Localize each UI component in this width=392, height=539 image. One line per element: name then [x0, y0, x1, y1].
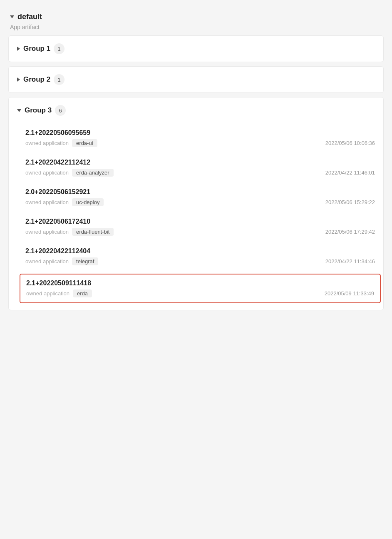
group-header-group3[interactable]: Group 36 [9, 97, 383, 123]
artifact-app-tag[interactable]: telegraf [72, 257, 98, 265]
page-container: default App artifact Group 11Group 21Gro… [8, 8, 384, 319]
section-label: App artifact [8, 24, 384, 30]
artifact-time: 2022/05/06 10:06:36 [325, 140, 375, 146]
group-card-group3: Group 362.1+20220506095659owned applicat… [8, 97, 384, 310]
artifact-meta-row: owned applicationtelegraf2022/04/22 11:3… [25, 257, 375, 265]
chevron-down-icon [17, 109, 21, 112]
group-header-group2[interactable]: Group 21 [9, 67, 383, 92]
artifact-meta-row: owned applicationerda2022/05/09 11:33:49 [26, 289, 374, 297]
group-label-group3: Group 3 [25, 106, 52, 115]
group-label-group1: Group 1 [23, 45, 50, 53]
artifact-time: 2022/05/06 17:29:42 [325, 229, 375, 235]
owned-label: owned application [25, 140, 69, 146]
group-header-group1[interactable]: Group 11 [9, 36, 383, 62]
owned-label: owned application [25, 229, 69, 235]
owned-label: owned application [25, 258, 69, 265]
artifact-item[interactable]: 2.1+20220509111418owned applicationerda2… [20, 274, 381, 303]
artifact-item[interactable]: 2.1+20220506172410owned applicationerda-… [25, 212, 375, 242]
artifact-time: 2022/05/06 15:29:22 [325, 199, 375, 205]
owned-label: owned application [25, 199, 69, 205]
owned-label: owned application [25, 170, 69, 176]
chevron-right-icon [17, 77, 20, 82]
group-card-group1: Group 11 [8, 35, 384, 62]
artifact-item[interactable]: 2.1+20220422112404owned applicationteleg… [25, 242, 375, 271]
chevron-down-icon [10, 15, 14, 18]
artifact-app-tag[interactable]: erda-fluent-bit [72, 228, 114, 236]
artifact-time: 2022/04/22 11:46:01 [325, 170, 375, 176]
artifact-meta-row: owned applicationerda-ui2022/05/06 10:06… [25, 139, 375, 147]
groups-container: Group 11Group 21Group 362.1+202205060956… [8, 35, 384, 310]
artifact-app-tag[interactable]: uc-deploy [72, 198, 104, 206]
artifact-version: 2.1+20220422112404 [25, 247, 375, 255]
default-section: default App artifact Group 11Group 21Gro… [8, 8, 384, 319]
artifact-version: 2.1+20220506095659 [25, 129, 375, 137]
artifact-time: 2022/05/09 11:33:49 [325, 290, 374, 297]
group-badge-group3: 6 [55, 105, 66, 116]
artifact-meta-row: owned applicationerda-fluent-bit2022/05/… [25, 228, 375, 236]
artifact-item[interactable]: 2.1+20220422112412owned applicationerda-… [25, 153, 375, 182]
group-items-group3: 2.1+20220506095659owned applicationerda-… [9, 123, 383, 310]
group-badge-group1: 1 [54, 43, 65, 54]
artifact-version: 2.1+20220422112412 [25, 159, 375, 166]
default-title: default [17, 12, 42, 21]
artifact-version: 2.1+20220509111418 [26, 279, 374, 287]
artifact-app-tag[interactable]: erda-ui [72, 139, 97, 147]
group-card-group2: Group 21 [8, 66, 384, 93]
artifact-version: 2.0+20220506152921 [25, 188, 375, 196]
owned-label: owned application [26, 290, 69, 297]
default-header[interactable]: default [8, 12, 384, 21]
artifact-app-tag[interactable]: erda [73, 289, 92, 297]
artifact-time: 2022/04/22 11:34:46 [325, 258, 375, 265]
artifact-app-tag[interactable]: erda-analyzer [72, 169, 114, 177]
group-badge-group2: 1 [54, 74, 65, 85]
group-label-group2: Group 2 [23, 75, 50, 84]
artifact-meta-row: owned applicationuc-deploy2022/05/06 15:… [25, 198, 375, 206]
artifact-version: 2.1+20220506172410 [25, 218, 375, 225]
artifact-item[interactable]: 2.1+20220506095659owned applicationerda-… [25, 123, 375, 153]
chevron-right-icon [17, 47, 20, 51]
artifact-item[interactable]: 2.0+20220506152921owned applicationuc-de… [25, 182, 375, 212]
artifact-meta-row: owned applicationerda-analyzer2022/04/22… [25, 169, 375, 177]
